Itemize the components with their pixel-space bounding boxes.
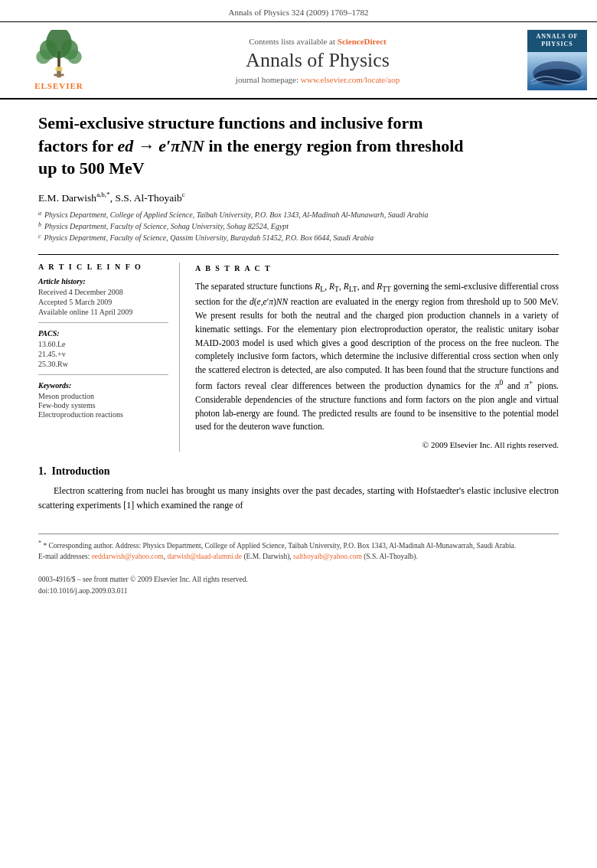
footnote-divider (38, 534, 559, 534)
annals-wave-icon (527, 52, 587, 90)
title-part3: in the energy region from threshold (204, 136, 464, 155)
annals-badge-box: ANNALS OF PHYSICS (527, 30, 587, 52)
author2-sup: c (182, 191, 185, 198)
footnote-star-text: * Corresponding author. Address: Physics… (43, 542, 516, 550)
affil-a-sup: a (38, 209, 41, 220)
science-direct-line: Contents lists available at ScienceDirec… (249, 37, 386, 46)
affil-c-sup: c (38, 232, 41, 243)
affil-c-text: Physics Department, Faculty of Science, … (44, 232, 374, 243)
title-part2: factors for (38, 136, 117, 155)
authors-line: E.M. Darwisha,b,*, S.S. Al-Thoyaibc (38, 191, 559, 204)
info-divider-1 (38, 322, 168, 323)
title-italic: ed → e′πNN (117, 136, 204, 155)
affil-a-line: a Physics Department, College of Applied… (38, 209, 559, 220)
affil-b-text: Physics Department, Faculty of Science, … (44, 220, 289, 232)
journal-center: Contents lists available at ScienceDirec… (109, 30, 527, 90)
abstract-text: The separated structure functions RL, RT… (195, 280, 559, 434)
page-container: Annals of Physics 324 (2009) 1769–1782 (0, 0, 597, 605)
issn-line: 0003-4916/$ – see front matter © 2009 El… (38, 574, 559, 586)
affil-a-text: Physics Department, College of Applied S… (44, 209, 429, 220)
pacs-label: PACS: (38, 329, 168, 338)
affil-b-line: b Physics Department, Faculty of Science… (38, 220, 559, 232)
intro-section-number: 1. (38, 465, 47, 477)
article-body: A R T I C L E I N F O Article history: R… (38, 254, 559, 452)
annals-badge: ANNALS OF PHYSICS (527, 30, 588, 90)
received-date: Received 4 December 2008 (38, 288, 168, 296)
intro-section-title: 1. Introduction (38, 465, 559, 478)
article-info-title: A R T I C L E I N F O (38, 263, 168, 271)
homepage-label: journal homepage: (236, 75, 298, 84)
journal-header: ELSEVIER Contents lists available at Sci… (0, 22, 597, 100)
footnote-star-sym: * (38, 540, 41, 547)
keyword-3: Electroproduction reactions (38, 410, 168, 419)
footnote-star-note: * * Corresponding author. Address: Physi… (38, 539, 559, 551)
email3-link[interactable]: salthoyaib@yahoo.com (293, 553, 362, 560)
annals-badge-top-text: ANNALS OF PHYSICS (536, 33, 578, 49)
keywords-label: Keywords: (38, 381, 168, 390)
main-content: Semi-exclusive structure functions and i… (0, 100, 597, 521)
journal-title: Annals of Physics (246, 49, 390, 72)
elsevier-wordmark: ELSEVIER (34, 81, 83, 90)
title-part1: Semi-exclusive structure functions and i… (38, 113, 423, 132)
email-sep1: , (164, 553, 165, 560)
intro-text: Electron scattering from nuclei has brou… (38, 484, 559, 513)
online-date: Available online 11 April 2009 (38, 308, 168, 316)
article-title: Semi-exclusive structure functions and i… (38, 112, 559, 180)
svg-rect-8 (55, 67, 62, 71)
science-direct-link[interactable]: ScienceDirect (338, 37, 387, 46)
svg-point-6 (36, 50, 51, 64)
author2-name: , S.S. Al-Thoyaib (110, 192, 182, 204)
info-divider-2 (38, 374, 168, 375)
svg-rect-1 (54, 74, 64, 77)
email-label: E-mail addresses: (38, 553, 90, 560)
journal-homepage-line: journal homepage: www.elsevier.com/locat… (236, 75, 400, 84)
contents-label: Contents lists available at (249, 37, 335, 46)
intro-title-text: Introduction (52, 465, 110, 477)
history-label: Article history: (38, 277, 168, 286)
pacs-2: 21.45.+v (38, 350, 168, 358)
affil-c-line: c Physics Department, Faculty of Science… (38, 232, 559, 243)
homepage-url[interactable]: www.elsevier.com/locate/aop (301, 75, 400, 84)
svg-point-7 (67, 50, 82, 64)
affil-b-sup: b (38, 220, 41, 232)
keyword-1: Meson production (38, 392, 168, 400)
doi-line: doi:10.1016/j.aop.2009.03.011 (38, 586, 559, 597)
author1-name: E.M. Darwish (38, 192, 96, 204)
email1-link[interactable]: eeddarwish@yahoo.com (92, 553, 164, 560)
author1-sup: a,b,* (96, 191, 110, 198)
affiliations: a Physics Department, College of Applied… (38, 209, 559, 243)
journal-ref-text: Annals of Physics 324 (2009) 1769–1782 (228, 8, 368, 17)
pacs-1: 13.60.Le (38, 340, 168, 348)
journal-reference: Annals of Physics 324 (2009) 1769–1782 (0, 0, 597, 22)
article-info: A R T I C L E I N F O Article history: R… (38, 263, 180, 452)
elsevier-tree-icon (25, 30, 93, 80)
bottom-bar: 0003-4916/$ – see front matter © 2009 El… (0, 566, 597, 605)
keyword-2: Few-body systems (38, 401, 168, 410)
abstract-title: A B S T R A C T (195, 263, 559, 275)
copyright-line: © 2009 Elsevier Inc. All rights reserved… (195, 439, 559, 452)
accepted-date: Accepted 5 March 2009 (38, 298, 168, 306)
pacs-3: 25.30.Rw (38, 360, 168, 368)
footnote-email-line: E-mail addresses: eeddarwish@yahoo.com, … (38, 551, 559, 562)
email2-link[interactable]: darwish@daad-alumni.de (167, 553, 242, 560)
email-author1: (E.M. Darwish), (243, 553, 291, 560)
email-author2: (S.S. Al-ThoyaIb). (364, 553, 418, 560)
annals-badge-image (527, 52, 587, 90)
abstract-section: A B S T R A C T The separated structure … (195, 263, 559, 452)
title-part4: up to 500 MeV (38, 158, 145, 178)
elsevier-logo-block: ELSEVIER (9, 30, 109, 90)
footnotes: * * Corresponding author. Address: Physi… (0, 539, 597, 563)
